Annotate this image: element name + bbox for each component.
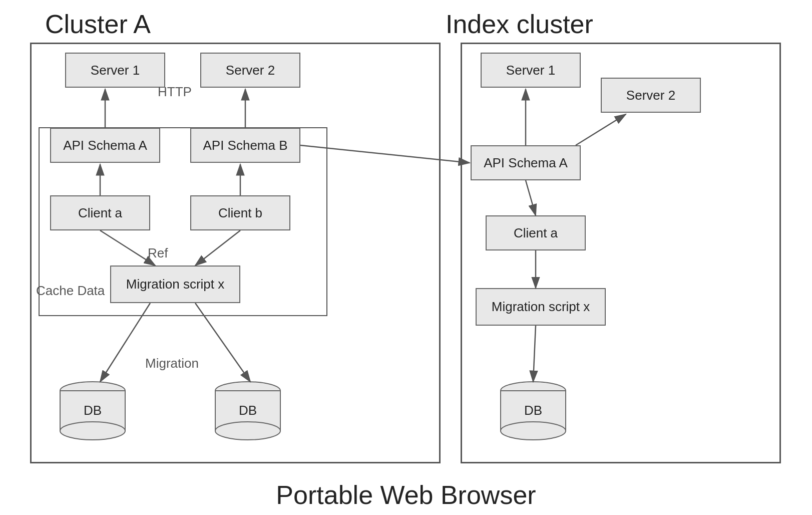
http-label: HTTP — [158, 84, 192, 100]
cache-data-label: Cache Data — [36, 283, 105, 299]
cluster-a-server2: Server 2 — [200, 53, 300, 88]
cluster-a-db1: DB — [55, 381, 130, 446]
svg-text:DB: DB — [84, 403, 102, 418]
svg-point-2 — [60, 422, 125, 440]
cluster-a-client-b: Client b — [190, 195, 290, 230]
svg-point-14 — [501, 422, 566, 440]
cluster-a-title: Cluster A — [45, 9, 151, 39]
index-server1: Server 1 — [481, 53, 581, 88]
cluster-a-db2: DB — [210, 381, 285, 446]
cluster-a-client-a: Client a — [50, 195, 150, 230]
cluster-a-api-schema-b: API Schema B — [190, 128, 300, 163]
svg-text:DB: DB — [239, 403, 257, 418]
migration-label: Migration — [145, 356, 199, 371]
index-client-a: Client a — [486, 215, 586, 250]
index-api-schema-a: API Schema A — [471, 145, 581, 180]
ref-label: Ref — [148, 245, 168, 261]
cluster-a-migration-script: Migration script x — [110, 266, 240, 303]
index-server2: Server 2 — [601, 78, 701, 113]
footer-title: Portable Web Browser — [276, 480, 536, 510]
diagram-container: Cluster A Index cluster Server 1 Server … — [0, 0, 812, 515]
index-cluster-title: Index cluster — [446, 9, 593, 39]
cluster-a-api-schema-a: API Schema A — [50, 128, 160, 163]
index-migration-script: Migration script x — [476, 288, 606, 326]
index-db: DB — [496, 381, 571, 446]
cluster-a-server1: Server 1 — [65, 53, 165, 88]
svg-text:DB: DB — [524, 403, 542, 418]
svg-point-8 — [215, 422, 280, 440]
